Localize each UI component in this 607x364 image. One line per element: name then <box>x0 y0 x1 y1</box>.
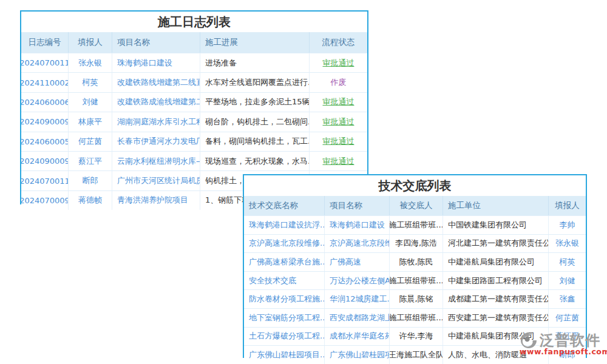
disclosure-name-link[interactable]: 安全技术交底 <box>244 272 325 290</box>
status-link[interactable]: 审批通过 <box>310 93 367 112</box>
filler-name-link[interactable]: 何芷茵 <box>69 132 112 151</box>
status-link[interactable]: 作废 <box>310 73 367 92</box>
filler-name-link[interactable]: 张永银 <box>549 235 586 253</box>
project-name-link[interactable]: 长春市伊通河水力发电厂... <box>112 132 200 151</box>
technical-disclosure-table-header: 技术交底名称 项目名称 被交底人 施工单位 填报人 <box>244 196 586 215</box>
filler-name-link[interactable]: 刘健 <box>69 93 112 112</box>
table-row: 地下室钢筋分项工程...西安成都路龙湖上...施工班组带班...西安建工第一建筑… <box>244 308 586 327</box>
unit-name: 成都建工第一建筑有限责任公司 <box>443 290 549 308</box>
technical-disclosure-table: 技术交底列表 技术交底名称 项目名称 被交底人 施工单位 填报人 珠海鹤港口建设… <box>243 174 587 358</box>
disclosure-name-link[interactable]: 地下室钢筋分项工程... <box>244 309 325 327</box>
column-header-project: 项目名称 <box>325 196 390 215</box>
table-row: 2024060005何芷茵长春市伊通河水力发电厂...备料，砌间墙钩机排土，瓦工… <box>21 132 367 151</box>
log-id-link[interactable]: 2024060006 <box>21 93 69 112</box>
table-row: 安全技术交底万达办公楼左侧A...施工班组带班...中建集团路面工程有限公司刘健 <box>244 271 586 290</box>
project-name-link[interactable]: 京沪高速北京段维修 <box>325 235 390 253</box>
column-header-filler: 填报人 <box>549 196 586 215</box>
filler-name-link[interactable]: 断郎 <box>69 171 112 190</box>
receiver-name: 陈牧,陈民 <box>390 253 443 271</box>
receiver-name: 李四海,陈浩 <box>390 235 443 253</box>
construction-log-table-title: 施工日志列表 <box>21 12 367 32</box>
status-link[interactable]: 审批通过 <box>310 112 367 131</box>
receiver-name: 王海施工队全队 <box>390 346 443 364</box>
status-link[interactable]: 审批通过 <box>310 152 367 170</box>
status-link[interactable]: 审批通过 <box>310 132 367 151</box>
unit-name: 中建集团路面工程有限公司 <box>443 272 549 290</box>
project-name-link[interactable]: 成都水岸华庭名苑... <box>325 328 390 346</box>
disclosure-name-link[interactable]: 广佛高速桥梁承台施... <box>244 253 325 271</box>
project-name-link[interactable]: 云南水利枢纽潜明水库—... <box>112 152 200 170</box>
filler-name-link[interactable]: 柯英 <box>549 253 586 271</box>
column-header-unit: 施工单位 <box>443 196 549 215</box>
log-id-link[interactable]: 2024090009 <box>21 112 69 131</box>
receiver-name: 施工班组带班... <box>390 272 443 290</box>
receiver-name: 陈晨,陈铭 <box>390 290 443 308</box>
project-name-link[interactable]: 改建铁路成渝线增建第二... <box>112 93 200 112</box>
unit-name: 河北建工第一建筑有限责任公司 <box>443 235 549 253</box>
filler-name-link[interactable]: 张鑫 <box>549 290 586 308</box>
log-id-link[interactable]: 2024070011 <box>21 171 69 190</box>
filler-name-link[interactable]: 柯英 <box>69 73 112 92</box>
column-header-receiver: 被交底人 <box>390 196 443 215</box>
log-id-link[interactable]: 2024070009 <box>21 191 69 210</box>
table-row: 2024090009蔡江平云南水利枢纽潜明水库—...现场巡查，无积水现象，水马… <box>21 151 367 170</box>
log-id-link[interactable]: 2024060005 <box>21 132 69 151</box>
status-link[interactable]: 审批通过 <box>310 53 367 72</box>
fanpu-watermark: 泛普软件 www.fanpusoft.com <box>520 331 606 356</box>
log-id-link[interactable]: 2024070011 <box>21 53 69 72</box>
progress-text: 进场准备 <box>200 53 310 72</box>
progress-text: 备料，砌间墙钩机排土，瓦工... <box>200 132 310 151</box>
table-row: 防水卷材分项工程施...华润12城房建工...陈晨,陈铭成都建工第一建筑有限责任… <box>244 289 586 308</box>
disclosure-name-link[interactable]: 防水卷材分项工程施... <box>244 290 325 308</box>
column-header-filler: 填报人 <box>69 32 112 53</box>
project-name-link[interactable]: 万达办公楼左侧A... <box>325 272 390 290</box>
technical-disclosure-table-title: 技术交底列表 <box>244 175 586 196</box>
log-id-link[interactable]: 2024110002 <box>21 73 69 92</box>
receiver-name: 施工班组带班... <box>390 309 443 327</box>
log-id-link[interactable]: 2024090009 <box>21 152 69 170</box>
progress-text: 平整场地，拉走多余泥土15辆... <box>200 93 310 112</box>
table-row: 2024060006刘健改建铁路成渝线增建第二...平整场地，拉走多余泥土15辆… <box>21 92 367 112</box>
filler-name-link[interactable]: 李帅 <box>549 216 586 234</box>
progress-text: 水车对全线遮阳网覆盖点进行... <box>200 73 310 92</box>
progress-text: 现场巡查，无积水现象，水马... <box>200 152 310 170</box>
column-header-project: 项目名称 <box>112 32 200 53</box>
disclosure-name-link[interactable]: 京沪高速北京段维修... <box>244 235 325 253</box>
project-name-link[interactable]: 广州市天河区统计局机房... <box>112 171 200 190</box>
project-name-link[interactable]: 珠海鹤港口建设 <box>112 53 200 72</box>
receiver-name: 施工班组带班... <box>390 216 443 234</box>
unit-name: 西安建工第一建筑有限责任公司 <box>443 309 549 327</box>
project-name-link[interactable]: 珠海鹤港口建设 <box>325 216 390 234</box>
disclosure-name-link[interactable]: 土石方爆破分项工程... <box>244 328 325 346</box>
column-header-progress: 施工进展 <box>200 32 310 53</box>
filler-name-link[interactable]: 林康平 <box>69 112 112 131</box>
filler-name-link[interactable]: 何芷茵 <box>549 309 586 327</box>
table-row: 珠海鹤港口建设抗浮...珠海鹤港口建设施工班组带班...中国铁建集团有限公司李帅 <box>244 215 586 234</box>
filler-name-link[interactable]: 刘健 <box>549 272 586 290</box>
unit-name: 中国铁建集团有限公司 <box>443 216 549 234</box>
filler-name-link[interactable]: 蒋德帧 <box>69 191 112 210</box>
unit-name: 中建港航局集团有限公司 <box>443 253 549 271</box>
construction-log-table-header: 日志编号 填报人 项目名称 施工进展 流程状态 <box>21 32 367 53</box>
table-row: 2024110002柯英改建铁路线增建第二线直...水车对全线遮阳网覆盖点进行.… <box>21 72 367 92</box>
project-name-link[interactable]: 湖南洞庭湖水库引水工程... <box>112 112 200 131</box>
filler-name-link[interactable]: 蔡江平 <box>69 152 112 170</box>
table-row: 2024090009林康平湖南洞庭湖水库引水工程...砌台阶，钩机排土，二包砌间… <box>21 112 367 131</box>
project-name-link[interactable]: 广佛高速 <box>325 253 390 271</box>
progress-text: 砌台阶，钩机排土，二包砌间... <box>200 112 310 131</box>
table-row: 广佛高速桥梁承台施...广佛高速陈牧,陈民中建港航局集团有限公司柯英 <box>244 252 586 271</box>
table-row: 2024070011张永银珠海鹤港口建设进场准备审批通过 <box>21 53 367 72</box>
project-name-link[interactable]: 华润12城房建工... <box>325 290 390 308</box>
project-name-link[interactable]: 改建铁路线增建第二线直... <box>112 73 200 92</box>
watermark-url-text: www.fanpusoft.com <box>520 347 606 356</box>
column-header-log-id: 日志编号 <box>21 32 69 53</box>
filler-name-link[interactable]: 张永银 <box>69 53 112 72</box>
project-name-link[interactable]: 青海洪湖养护院项目 <box>112 191 200 210</box>
receiver-name: 许华,李海 <box>390 328 443 346</box>
project-name-link[interactable]: 西安成都路龙湖上... <box>325 309 390 327</box>
disclosure-name-link[interactable]: 珠海鹤港口建设抗浮... <box>244 216 325 234</box>
disclosure-name-link[interactable]: 广东佛山碧桂园项目... <box>244 346 325 364</box>
column-header-status: 流程状态 <box>310 32 367 53</box>
project-name-link[interactable]: 广东佛山碧桂园项目 <box>325 346 390 364</box>
table-row: 京沪高速北京段维修...京沪高速北京段维修李四海,陈浩河北建工第一建筑有限责任公… <box>244 234 586 253</box>
